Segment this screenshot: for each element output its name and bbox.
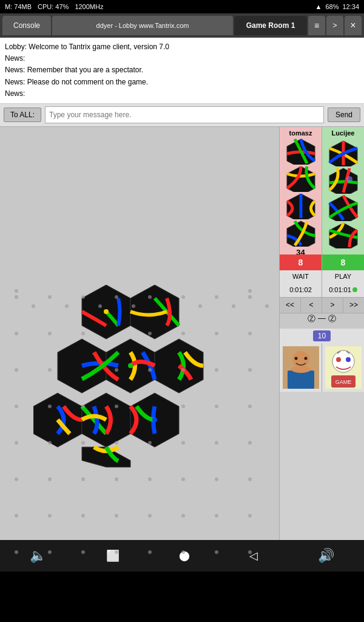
svg-point-90 xyxy=(346,176,352,182)
nav-btn-next[interactable]: > xyxy=(322,298,343,313)
svg-point-11 xyxy=(152,417,157,422)
avatar-left-img xyxy=(283,346,319,389)
symbol-row: Ⓩ — Ⓩ xyxy=(280,313,364,329)
tab-close[interactable]: × xyxy=(345,16,362,35)
tile-left-3 xyxy=(286,193,316,219)
nav-row: << < > >> xyxy=(280,297,364,313)
player-right-tiles xyxy=(328,138,359,251)
chat-line-3: News: Remember that you are a spectator. xyxy=(5,64,359,76)
svg-point-9 xyxy=(104,309,109,314)
status-right: ▲ 68% 12:34 xyxy=(315,3,359,10)
close-icon: × xyxy=(350,20,356,31)
tile-right-1 xyxy=(328,140,359,166)
time-label: 12:34 xyxy=(342,3,359,10)
to-all-button[interactable]: To ALL: xyxy=(4,108,41,122)
board-area: /* dots rendered inline */ xyxy=(0,127,279,540)
score-left: 8 xyxy=(280,255,322,270)
timer-right: 0:01:01 xyxy=(322,282,364,297)
player-left: tomasz xyxy=(280,127,322,255)
status-row: WAIT PLAY xyxy=(280,270,364,282)
chat-line-4: News: Please do not comment on the game. xyxy=(5,77,359,88)
status-left: WAIT xyxy=(280,270,322,282)
timer-row: 0:01:02 0:01:01 xyxy=(280,282,364,297)
extra-icon: > xyxy=(332,21,337,30)
tile-right-4 xyxy=(328,222,359,248)
svg-rect-95 xyxy=(288,371,314,389)
right-panel: tomasz xyxy=(279,127,364,540)
volume-up-icon[interactable]: 🔊 xyxy=(318,548,334,564)
wifi-icon: ▲ xyxy=(315,3,322,10)
svg-point-94 xyxy=(292,351,309,368)
tab-menu[interactable]: ≡ xyxy=(308,16,325,35)
score-right: 8 xyxy=(322,255,364,270)
svg-point-10 xyxy=(128,363,133,368)
freq-label: 1200MHz xyxy=(75,3,103,10)
player-left-name: tomasz xyxy=(289,129,312,137)
svg-point-98 xyxy=(304,357,307,360)
memory-label: M: 74MB xyxy=(5,3,32,10)
status-bar: M: 74MB CPU: 47% 1200MHz ▲ 68% 12:34 xyxy=(0,0,364,13)
tile-left-4 xyxy=(286,220,316,247)
nav-btn-first[interactable]: << xyxy=(280,298,301,313)
message-row: To ALL: Send xyxy=(0,104,364,127)
counter-badge: 10 xyxy=(313,330,331,341)
menu-icon: ≡ xyxy=(314,21,319,30)
cpu-label: CPU: 47% xyxy=(38,3,69,10)
tile-right-2 xyxy=(328,167,359,194)
player-right: Lucijee xyxy=(322,127,364,255)
symbol-dash: — xyxy=(318,313,326,329)
browser-chrome: Console ddyer - Lobby www.Tantrix.com Ga… xyxy=(0,13,364,38)
player-left-tiles xyxy=(286,138,316,247)
message-input[interactable] xyxy=(45,106,324,123)
avatar-right-img: GAME xyxy=(325,346,362,389)
nav-btn-prev[interactable]: < xyxy=(301,298,322,313)
counter-row: 10 xyxy=(280,329,364,343)
avatars-row: GAME xyxy=(280,343,364,392)
svg-marker-2 xyxy=(58,339,106,393)
send-button[interactable]: Send xyxy=(328,108,360,122)
symbol-left: Ⓩ xyxy=(308,313,315,329)
tile-left-1 xyxy=(286,138,316,165)
tab-console[interactable]: Console xyxy=(2,16,51,35)
svg-point-101 xyxy=(336,357,341,362)
game-area: /* dots rendered inline */ xyxy=(0,127,364,540)
svg-marker-6 xyxy=(82,393,130,447)
player-right-name: Lucijee xyxy=(332,129,355,137)
svg-point-102 xyxy=(346,357,351,362)
battery-label: 68% xyxy=(325,3,339,10)
chat-line-2: News: xyxy=(5,53,359,64)
tab-gameroom[interactable]: Game Room 1 xyxy=(234,16,307,35)
players-row: tomasz xyxy=(280,127,364,255)
svg-text:GAME: GAME xyxy=(335,379,351,385)
tab-extra[interactable]: > xyxy=(326,16,343,35)
timer-dot xyxy=(352,287,357,292)
chat-area: Lobby: Welcome to Tantrix game client, v… xyxy=(0,38,364,104)
score-row: 8 8 xyxy=(280,255,364,270)
chat-line-5: News: xyxy=(5,88,359,100)
svg-point-96 xyxy=(291,366,311,373)
nav-btn-last[interactable]: >> xyxy=(343,298,364,313)
timer-left: 0:01:02 xyxy=(280,282,322,297)
tile-right-3 xyxy=(328,194,359,221)
tab-lobby[interactable]: ddyer - Lobby www.Tantrix.com xyxy=(52,16,233,35)
status-right: PLAY xyxy=(322,270,364,282)
svg-point-97 xyxy=(294,357,297,360)
avatar-right: GAME xyxy=(322,343,364,392)
chat-line-1: Lobby: Welcome to Tantrix game client, v… xyxy=(5,41,359,53)
status-left: M: 74MB CPU: 47% 1200MHz xyxy=(5,3,103,10)
avatar-left xyxy=(280,343,322,392)
board-cluster xyxy=(33,285,228,473)
tile-left-2 xyxy=(286,165,316,192)
symbol-right: Ⓩ xyxy=(328,313,336,329)
